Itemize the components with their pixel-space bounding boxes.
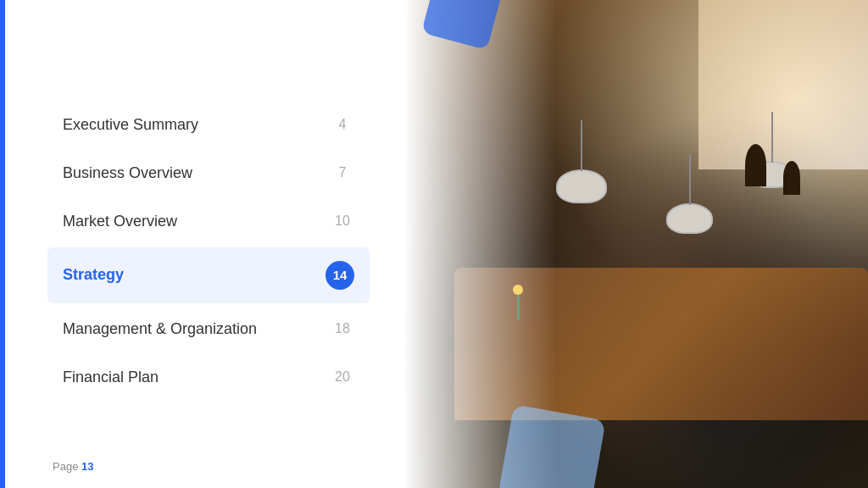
page-footer: Page 13 bbox=[53, 460, 93, 473]
toc-label-strategy: Strategy bbox=[63, 266, 124, 284]
toc-item-financial-plan[interactable]: Financial Plan 20 bbox=[47, 355, 370, 400]
blue-shape-bottom bbox=[498, 404, 605, 488]
toc-label-business-overview: Business Overview bbox=[63, 164, 192, 182]
toc-page-financial-plan: 20 bbox=[331, 369, 354, 385]
toc-item-strategy[interactable]: Strategy 14 bbox=[47, 247, 370, 303]
toc-item-executive-summary[interactable]: Executive Summary 4 bbox=[47, 103, 370, 147]
toc-page-executive-summary: 4 bbox=[331, 117, 354, 132]
pendant-lamp-2 bbox=[666, 203, 713, 234]
toc-page-strategy: 14 bbox=[333, 268, 348, 282]
person-silhouette-2 bbox=[783, 161, 800, 195]
toc-page-business-overview: 7 bbox=[331, 165, 354, 180]
current-page-number: 13 bbox=[81, 460, 93, 473]
toc-label-financial-plan: Financial Plan bbox=[63, 369, 159, 386]
left-panel: Executive Summary 4 Business Overview 7 … bbox=[5, 0, 403, 488]
toc-page-badge-strategy: 14 bbox=[326, 261, 354, 290]
toc-item-business-overview[interactable]: Business Overview 7 bbox=[47, 151, 370, 196]
page-prefix: Page bbox=[53, 460, 81, 473]
toc-label-market-overview: Market Overview bbox=[63, 213, 177, 230]
toc-page-market-overview: 10 bbox=[331, 214, 354, 229]
person-silhouette-1 bbox=[745, 144, 766, 186]
right-panel bbox=[403, 0, 868, 488]
page-container: Executive Summary 4 Business Overview 7 … bbox=[0, 0, 868, 488]
pendant-lamp-1 bbox=[556, 169, 607, 203]
table-of-contents: Executive Summary 4 Business Overview 7 … bbox=[47, 103, 370, 403]
toc-item-management[interactable]: Management & Organization 18 bbox=[47, 307, 370, 352]
table-flowers bbox=[505, 285, 531, 319]
toc-label-executive-summary: Executive Summary bbox=[63, 116, 198, 134]
toc-page-management: 18 bbox=[331, 321, 354, 336]
toc-label-management: Management & Organization bbox=[63, 320, 257, 338]
window-light bbox=[698, 0, 868, 169]
toc-item-market-overview[interactable]: Market Overview 10 bbox=[47, 199, 370, 244]
